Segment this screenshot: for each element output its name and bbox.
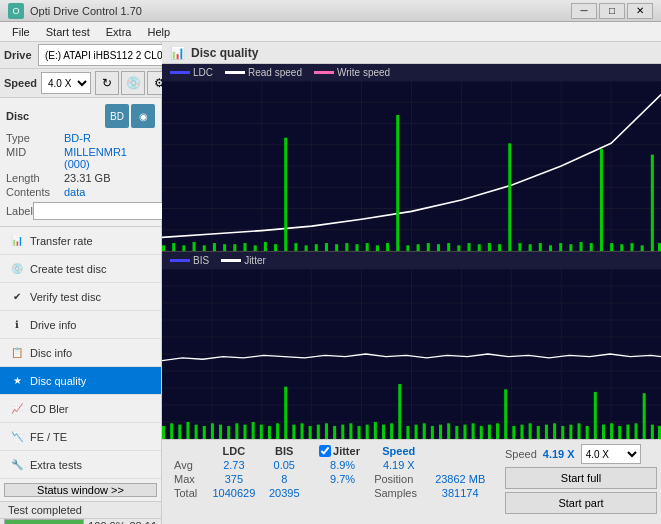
nav-item-create-test-disc[interactable]: 💿Create test disc — [0, 255, 161, 283]
menu-file[interactable]: File — [4, 24, 38, 40]
max-label: Max — [170, 472, 205, 486]
svg-rect-51 — [335, 244, 338, 251]
svg-rect-149 — [317, 425, 320, 439]
nav-item-fe-te[interactable]: 📉FE / TE — [0, 423, 161, 451]
col-bis: BIS — [263, 444, 307, 458]
svg-rect-65 — [478, 244, 481, 251]
svg-rect-64 — [468, 243, 471, 251]
close-button[interactable]: ✕ — [627, 3, 653, 19]
speed-info-value: 4.19 X — [543, 448, 575, 460]
disc-alt-icon: ◉ — [131, 104, 155, 128]
nav-label-verify-test-disc: Verify test disc — [30, 291, 101, 303]
maximize-button[interactable]: □ — [599, 3, 625, 19]
svg-rect-81 — [641, 245, 644, 251]
svg-rect-67 — [498, 244, 501, 251]
svg-rect-69 — [518, 243, 521, 251]
avg-speed: 4.19 X — [370, 458, 427, 472]
legend-write-speed: Write speed — [314, 67, 390, 78]
nav-item-disc-info[interactable]: 📋Disc info — [0, 339, 161, 367]
svg-rect-187 — [626, 425, 629, 439]
svg-rect-34 — [162, 245, 165, 251]
chart2-area: 10% 8% 6% 4% 2% 10 9 8 7 6 5 4 3 — [162, 269, 661, 439]
svg-rect-171 — [496, 423, 499, 439]
svg-rect-170 — [488, 425, 491, 439]
nav-icon-transfer-rate: 📊 — [10, 234, 24, 248]
svg-rect-47 — [294, 243, 297, 251]
svg-rect-181 — [577, 423, 580, 439]
svg-rect-154 — [358, 426, 361, 439]
stats-right: Speed 4.19 X 4.0 X Start full Start part — [501, 440, 661, 524]
charts-area: LDC Read speed Write speed — [162, 64, 661, 524]
nav-item-drive-info[interactable]: ℹDrive info — [0, 311, 161, 339]
svg-rect-131 — [170, 423, 173, 439]
disc-icon-btn[interactable]: 💿 — [121, 71, 145, 95]
nav-icon-cd-bler: 📈 — [10, 402, 24, 416]
minimize-button[interactable]: ─ — [571, 3, 597, 19]
chart1-legend: LDC Read speed Write speed — [162, 64, 661, 81]
svg-rect-71 — [539, 243, 542, 251]
svg-rect-39 — [213, 243, 216, 251]
svg-rect-186 — [618, 426, 621, 439]
nav-item-disc-quality[interactable]: ★Disc quality — [0, 367, 161, 395]
svg-rect-40 — [223, 244, 226, 251]
svg-rect-135 — [203, 426, 206, 439]
menu-start-test[interactable]: Start test — [38, 24, 98, 40]
svg-rect-182 — [586, 426, 589, 439]
nav-label-transfer-rate: Transfer rate — [30, 235, 93, 247]
svg-rect-49 — [315, 244, 318, 251]
nav-icon-disc-info: 📋 — [10, 346, 24, 360]
svg-rect-137 — [219, 425, 222, 439]
svg-rect-189 — [643, 393, 646, 439]
nav-label-fe-te: FE / TE — [30, 431, 67, 443]
avg-jitter: 8.9% — [315, 458, 370, 472]
nav-icon-disc-quality: ★ — [10, 374, 24, 388]
svg-rect-169 — [480, 426, 483, 439]
speed-select-right[interactable]: 4.0 X — [581, 444, 641, 464]
left-panel: Drive (E:) ATAPI iHBS112 2 CL0K ⏏ Speed … — [0, 42, 162, 524]
legend-write-speed-label: Write speed — [337, 67, 390, 78]
svg-rect-183 — [594, 392, 597, 439]
stats-table: LDC BIS Jitter Speed — [162, 440, 501, 524]
svg-rect-177 — [545, 425, 548, 439]
start-part-button[interactable]: Start part — [505, 492, 657, 514]
svg-rect-44 — [264, 242, 267, 251]
legend-ldc-label: LDC — [193, 67, 213, 78]
legend-read-speed-color — [225, 71, 245, 74]
svg-rect-155 — [366, 425, 369, 439]
svg-rect-77 — [600, 149, 603, 251]
svg-rect-130 — [162, 426, 165, 439]
svg-rect-167 — [463, 425, 466, 439]
col-speed: Speed — [370, 444, 427, 458]
disc-label-input[interactable] — [33, 202, 166, 220]
nav-item-extra-tests[interactable]: 🔧Extra tests — [0, 451, 161, 479]
jitter-checkbox[interactable] — [319, 445, 331, 457]
menu-bar: File Start test Extra Help — [0, 22, 661, 42]
svg-rect-78 — [610, 243, 613, 251]
nav-item-cd-bler[interactable]: 📈CD Bler — [0, 395, 161, 423]
refresh-icon-btn[interactable]: ↻ — [95, 71, 119, 95]
legend-jitter: Jitter — [221, 255, 266, 266]
nav-item-verify-test-disc[interactable]: ✔Verify test disc — [0, 283, 161, 311]
svg-rect-160 — [406, 426, 409, 439]
svg-rect-147 — [300, 423, 303, 439]
svg-rect-53 — [355, 244, 358, 251]
status-window-button[interactable]: Status window >> — [4, 483, 157, 497]
svg-rect-41 — [233, 244, 236, 251]
svg-rect-142 — [260, 425, 263, 439]
menu-extra[interactable]: Extra — [98, 24, 140, 40]
disc-label-row: Label 🏷 — [6, 202, 155, 220]
speed-select[interactable]: 4.0 X — [41, 72, 91, 94]
svg-rect-55 — [376, 245, 379, 251]
chart2-svg: 10% 8% 6% 4% 2% 10 9 8 7 6 5 4 3 — [162, 269, 661, 439]
total-bis: 20395 — [263, 486, 307, 500]
samples-value: 381174 — [427, 486, 493, 500]
total-ldc: 1040629 — [205, 486, 262, 500]
disc-mid-value: MILLENMR1 (000) — [64, 146, 155, 170]
legend-jitter-label: Jitter — [244, 255, 266, 266]
svg-rect-82 — [651, 155, 654, 251]
start-full-button[interactable]: Start full — [505, 467, 657, 489]
nav-label-cd-bler: CD Bler — [30, 403, 69, 415]
nav-item-transfer-rate[interactable]: 📊Transfer rate — [0, 227, 161, 255]
total-label: Total — [170, 486, 205, 500]
menu-help[interactable]: Help — [139, 24, 178, 40]
